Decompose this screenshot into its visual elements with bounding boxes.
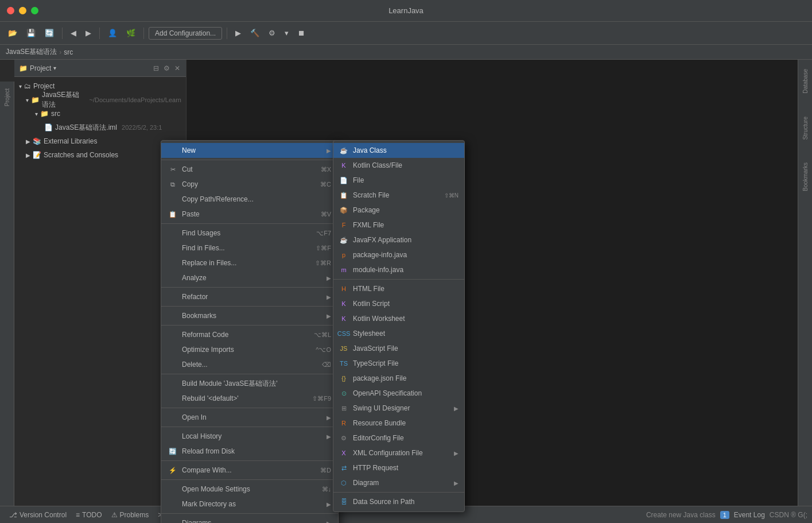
add-configuration-button[interactable]: Add Configuration...	[149, 27, 222, 40]
submenu-item-html[interactable]: H HTML File	[333, 281, 464, 296]
encoding-label: CSDN ® G(;	[770, 511, 807, 519]
submenu-item-ts-file[interactable]: TS TypeScript File	[333, 356, 464, 371]
breadcrumb-part-1[interactable]: JavaSE基础语法	[6, 47, 57, 57]
vcs-icon: ⎇	[9, 511, 17, 519]
scratch-icon: 📋	[339, 191, 348, 200]
sidebar-header: 📁 Project ▾ ⊟ ⚙ ✕	[14, 60, 186, 77]
menu-item-reformat[interactable]: Reformat Code ⌥⌘L	[161, 327, 338, 342]
event-log-label[interactable]: Event Log	[734, 511, 765, 519]
version-control-tab[interactable]: ⎇ Version Control	[5, 506, 71, 523]
menu-item-compare-with[interactable]: ⚡ Compare With... ⌘D	[161, 463, 338, 478]
menu-item-bookmarks[interactable]: Bookmarks ▶	[161, 308, 338, 323]
sync-button[interactable]: 🔄	[41, 27, 57, 39]
save-button[interactable]: 💾	[23, 27, 39, 39]
git-button[interactable]: 🌿	[123, 27, 139, 39]
submenu-item-package-info[interactable]: p package-info.java	[333, 247, 464, 262]
menu-item-paste[interactable]: 📋 Paste ⌘V	[161, 207, 338, 222]
event-log-badge: 1	[720, 511, 729, 519]
submenu-item-module-info[interactable]: m module-info.java	[333, 262, 464, 277]
menu-item-find-in-files[interactable]: Find in Files... ⇧⌘F	[161, 241, 338, 255]
build-button[interactable]: 🔨	[247, 27, 263, 39]
app-title: LearnJava	[388, 6, 424, 15]
menu-item-optimize-imports[interactable]: Optimize Imports ^⌥O	[161, 342, 338, 357]
submenu-item-kotlin-class[interactable]: K Kotlin Class/File	[333, 158, 464, 173]
forward-button[interactable]: ▶	[82, 27, 95, 39]
menu-sep-7	[161, 408, 338, 408]
copy-icon: ⧉	[168, 181, 177, 188]
submenu-item-json-file[interactable]: {} package.json File	[333, 371, 464, 386]
menu-item-replace-in-files[interactable]: Replace in Files... ⇧⌘R	[161, 255, 338, 270]
menu-item-analyze[interactable]: Analyze ▶	[161, 270, 338, 285]
close-button[interactable]	[7, 7, 14, 14]
menu-item-copy[interactable]: ⧉ Copy ⌘C	[161, 177, 338, 192]
problems-tab[interactable]: ⚠ Problems	[107, 506, 154, 523]
debug-button[interactable]: ⚙	[265, 27, 279, 39]
folder-icon: 📁	[31, 96, 40, 104]
vcs-button[interactable]: 👤	[104, 27, 121, 39]
submenu-item-package[interactable]: 📦 Package	[333, 203, 464, 218]
submenu-item-fxml[interactable]: F FXML File	[333, 218, 464, 233]
submenu-item-xml-config[interactable]: X XML Configuration File ▶	[333, 445, 464, 460]
submenu-item-kotlin-script[interactable]: K Kotlin Script	[333, 296, 464, 311]
stop-button[interactable]: ⏹	[294, 27, 309, 39]
submenu-item-http-request[interactable]: ⇄ HTTP Request	[333, 460, 464, 475]
submenu-item-openapi[interactable]: ⊙ OpenAPI Specification	[333, 386, 464, 401]
project-icon: 🗂	[24, 82, 31, 90]
submenu-item-diagram[interactable]: ⬡ Diagram ▶	[333, 475, 464, 490]
close-sidebar-button[interactable]: ✕	[173, 63, 181, 73]
project-tab[interactable]: Project	[2, 84, 13, 111]
menu-item-diagrams[interactable]: Diagrams ▶	[161, 516, 338, 523]
submenu-item-scratch-file[interactable]: 📋 Scratch File ⇧⌘N	[333, 188, 464, 203]
menu-sep-1	[161, 160, 338, 160]
menu-item-build-module[interactable]: Build Module 'JavaSE基础语法'	[161, 376, 338, 391]
sidebar-actions: ⊟ ⚙ ✕	[152, 63, 181, 73]
menu-item-refactor[interactable]: Refactor ▶	[161, 289, 338, 304]
open-folder-button[interactable]: 📂	[5, 27, 21, 39]
menu-item-reload-from-disk[interactable]: 🔄 Reload from Disk	[161, 444, 338, 459]
menu-item-local-history[interactable]: Local History ▶	[161, 429, 338, 444]
tree-item-javase[interactable]: ▾ 📁 JavaSE基础语法 ~/Documents/IdeaProjects/…	[14, 93, 186, 107]
maximize-button[interactable]	[31, 7, 38, 14]
problems-icon: ⚠	[111, 511, 118, 519]
submenu-item-java-class[interactable]: ☕ Java Class	[333, 143, 464, 158]
expand-icon: ▾	[35, 111, 38, 117]
minimize-button[interactable]	[19, 7, 26, 14]
menu-item-cut[interactable]: ✂ Cut ⌘X	[161, 162, 338, 177]
menu-item-mark-directory[interactable]: Mark Directory as ▶	[161, 497, 338, 512]
folder-icon: 📁	[40, 110, 49, 118]
tree-item-src[interactable]: ▾ 📁 src	[14, 107, 186, 121]
menu-item-copy-path[interactable]: Copy Path/Reference...	[161, 192, 338, 207]
submenu-item-resource-bundle[interactable]: R Resource Bundle	[333, 416, 464, 431]
bookmarks-tab[interactable]: Bookmarks	[800, 158, 811, 196]
structure-tab[interactable]: Structure	[800, 112, 811, 145]
submenu-item-data-source[interactable]: 🗄 Data Source in Path	[333, 494, 464, 509]
window-controls[interactable]	[7, 7, 38, 14]
submenu-item-javafx[interactable]: ☕ JavaFX Application	[333, 233, 464, 247]
database-tab[interactable]: Database	[800, 64, 811, 98]
more-button[interactable]: ▾	[281, 27, 292, 39]
menu-item-open-module-settings[interactable]: Open Module Settings ⌘↓	[161, 482, 338, 497]
submenu-item-editorconfig[interactable]: ⚙ EditorConfig File	[333, 431, 464, 445]
tree-item-project[interactable]: ▾ 🗂 Project	[14, 79, 186, 93]
breadcrumb-part-2[interactable]: src	[64, 48, 73, 56]
menu-item-delete[interactable]: Delete... ⌫	[161, 357, 338, 372]
submenu-item-stylesheet[interactable]: CSS Stylesheet	[333, 326, 464, 341]
toolbar-sep-3	[143, 28, 144, 39]
run-button[interactable]: ▶	[232, 27, 244, 39]
menu-item-rebuild[interactable]: Rebuild '<default>' ⇧⌘F9	[161, 391, 338, 406]
paste-icon: 📋	[168, 211, 177, 218]
menu-item-new[interactable]: New ▶	[161, 143, 338, 158]
collapse-all-button[interactable]: ⊟	[152, 63, 160, 73]
submenu-item-js-file[interactable]: JS JavaScript File	[333, 341, 464, 356]
toolbar-sep-2	[99, 28, 100, 39]
tree-item-iml[interactable]: 📄 JavaSE基础语法.iml 2022/5/2, 23:1	[14, 121, 186, 134]
submenu-item-kotlin-worksheet[interactable]: K Kotlin Worksheet	[333, 311, 464, 326]
submenu-item-swing-ui[interactable]: ⊞ Swing UI Designer ▶	[333, 401, 464, 416]
submenu-item-file[interactable]: 📄 File	[333, 173, 464, 188]
todo-tab[interactable]: ≡ TODO	[71, 506, 106, 523]
back-button[interactable]: ◀	[67, 27, 80, 39]
menu-item-open-in[interactable]: Open In ▶	[161, 410, 338, 425]
settings-button[interactable]: ⚙	[162, 63, 171, 73]
menu-item-find-usages[interactable]: Find Usages ⌥F7	[161, 226, 338, 241]
submenu-new: ☕ Java Class K Kotlin Class/File 📄 File …	[333, 140, 465, 512]
